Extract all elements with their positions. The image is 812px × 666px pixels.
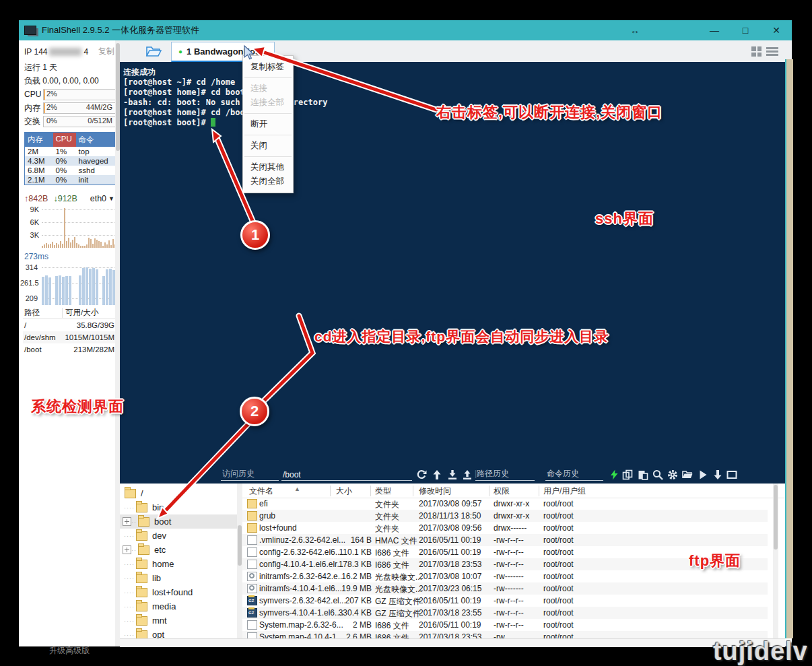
tree-scrollbar[interactable]	[237, 484, 242, 638]
menu-item-close-others[interactable]: 关闭其他	[243, 160, 293, 174]
menu-item-connect: 连接	[243, 81, 293, 96]
tree-item-home[interactable]: ···· home	[120, 557, 237, 571]
path-history-input[interactable]: 路径历史	[475, 468, 535, 481]
tree-item-bin[interactable]: ···· bin	[120, 500, 237, 514]
resize-icon[interactable]: ↔	[611, 25, 658, 36]
down-arrow-icon[interactable]	[712, 469, 723, 480]
parent-directory-icon[interactable]	[432, 469, 442, 480]
table-row[interactable]: lost+found 文件夹 2017/03/08 09:56 drwx----…	[242, 522, 768, 534]
open-directory-icon[interactable]	[682, 469, 693, 480]
tree-item-mnt[interactable]: ···· mnt	[120, 613, 237, 628]
run-icon[interactable]	[698, 469, 708, 480]
ip-redacted	[49, 48, 81, 56]
tab-context-menu: 复制标签 连接 连接全部 断开 关闭 关闭其他 关闭全部	[242, 55, 294, 193]
file-table-scrollbar[interactable]	[773, 484, 778, 638]
status-bar	[120, 638, 785, 647]
process-row[interactable]: 2M 1% top	[25, 147, 115, 156]
col-size[interactable]: 大小	[336, 486, 352, 497]
menu-item-close[interactable]: 关闭	[243, 139, 293, 153]
paste-icon[interactable]	[638, 469, 648, 480]
col-command[interactable]: 命令	[76, 133, 115, 147]
table-row[interactable]: System.map-2.6.32-6... 2 MB I686 文件 2016…	[242, 619, 768, 631]
process-row[interactable]: 2.1M 0% init	[25, 175, 115, 185]
process-row[interactable]: 4.3M 0% haveged	[25, 156, 115, 166]
table-row[interactable]: grub 文件夹 2018/11/13 18:50 drwxr-xr-x roo…	[242, 510, 768, 522]
copy-icon[interactable]	[622, 469, 633, 480]
lightning-icon[interactable]	[609, 469, 619, 480]
chevron-down-icon[interactable]: ▼	[108, 195, 114, 202]
col-modified[interactable]: 修改时间	[419, 486, 451, 497]
upload-icon[interactable]	[462, 469, 473, 480]
memory-percent: 2%	[46, 103, 57, 111]
minimize-button[interactable]: —	[699, 25, 730, 36]
expand-icon[interactable]	[123, 517, 131, 526]
table-row[interactable]: .vmlinuz-2.6.32-642.el... 164 B HMAC 文件 …	[242, 534, 768, 546]
tree-item-root[interactable]: /	[120, 486, 237, 500]
tree-item-etc[interactable]: ·· etc	[120, 543, 237, 557]
process-table-header: 内存 CPU 命令	[25, 133, 115, 147]
col-owner[interactable]: 用户/用户组	[543, 486, 586, 497]
maximize-button[interactable]: □	[730, 25, 761, 36]
tree-item-boot[interactable]: ·· boot	[120, 514, 237, 529]
path-input[interactable]: /boot	[281, 470, 412, 481]
annotation-tab-tip: 右击标签,可以断开连接,关闭窗口	[436, 102, 663, 123]
menu-item-copy-tab[interactable]: 复制标签	[243, 60, 293, 74]
col-permissions[interactable]: 权限	[494, 486, 510, 497]
download-icon[interactable]	[447, 469, 458, 480]
table-row[interactable]: GZ symvers-2.6.32-642.el... 207 KB GZ 压缩…	[242, 595, 768, 607]
gz-archive-icon: GZ	[247, 596, 257, 605]
search-icon[interactable]	[652, 469, 663, 480]
network-summary: ↑ 842B ↓ 912B eth0 ▼	[24, 194, 114, 203]
tree-item-lost-found[interactable]: ···· lost+found	[120, 585, 237, 599]
folder-icon	[136, 602, 147, 611]
collapsed-side-tab[interactable]	[785, 59, 793, 638]
file-icon	[247, 547, 257, 557]
process-row[interactable]: 6.8M 0% sshd	[25, 166, 115, 175]
menu-item-connect-all: 连接全部	[243, 96, 293, 110]
table-row[interactable]: initramfs-2.6.32-642.e... 16.2 MB 光盘映像文.…	[242, 570, 768, 582]
table-row[interactable]: GZ symvers-4.10.4-1.el6.... 330.4 KB GZ …	[242, 607, 768, 619]
col-cpu[interactable]: CPU	[53, 133, 76, 147]
folder-icon	[125, 489, 136, 498]
col-path[interactable]: 路径	[23, 308, 62, 318]
disc-image-icon	[247, 584, 257, 593]
copy-ip-button[interactable]: 复制	[98, 46, 114, 57]
menu-item-disconnect[interactable]: 断开	[243, 117, 293, 131]
table-row[interactable]: initramfs-4.10.4-1.el6.... 19.9 MB 光盘映像文…	[242, 582, 768, 595]
visit-history-input[interactable]: 访问历史	[221, 468, 279, 481]
col-filename[interactable]: 文件名	[249, 486, 273, 497]
close-button[interactable]: ✕	[761, 25, 792, 36]
terminal-line: [root@host home]# cd /boot	[123, 108, 250, 118]
tree-item-lib[interactable]: ···· lib	[120, 571, 237, 585]
window-mode-icon[interactable]	[726, 469, 737, 480]
table-row[interactable]: System.map-4.10.4-1... 2.6 MB I686 文件 20…	[242, 631, 768, 638]
swap-meter-label: 交换	[24, 116, 43, 127]
command-history-input[interactable]: 命令历史	[545, 468, 603, 481]
ip-row: IP 144 4 复制	[24, 46, 114, 57]
folder-icon	[136, 574, 147, 583]
tree-item-opt[interactable]: ···· opt	[120, 628, 237, 638]
interface-select[interactable]: eth0	[90, 194, 106, 203]
folder-icon	[136, 503, 147, 512]
table-row[interactable]: efi 文件夹 2017/03/08 09:57 drwxr-xr-x root…	[242, 498, 768, 510]
disk-row[interactable]: /dev/shm 1015M/1015M	[23, 331, 116, 343]
upgrade-link[interactable]: 升级高级版	[24, 645, 114, 657]
refresh-icon[interactable]	[416, 469, 427, 480]
gear-icon[interactable]	[667, 469, 678, 480]
col-type[interactable]: 类型	[375, 486, 391, 497]
col-memory[interactable]: 内存	[25, 133, 53, 147]
grid-view-icon[interactable]	[751, 46, 762, 57]
swap-detail: 0/512M	[88, 116, 112, 125]
list-view-icon[interactable]	[766, 46, 778, 57]
col-avail-size[interactable]: 可用/大小	[62, 308, 116, 318]
disk-row[interactable]: /boot 213M/282M	[23, 343, 116, 356]
tree-item-media[interactable]: ···· media	[120, 599, 237, 613]
tree-item-dev[interactable]: ···· dev	[120, 529, 237, 543]
open-folder-icon[interactable]	[145, 44, 162, 58]
folder-icon	[136, 630, 147, 639]
upload-rate: 842B	[28, 194, 48, 203]
menu-item-close-all[interactable]: 关闭全部	[243, 174, 293, 189]
disk-row[interactable]: / 35.8G/39G	[23, 319, 116, 331]
ssh-terminal[interactable]: 连接成功 [root@host ~]# cd /home [root@host …	[120, 62, 785, 467]
expand-icon[interactable]	[123, 545, 131, 554]
